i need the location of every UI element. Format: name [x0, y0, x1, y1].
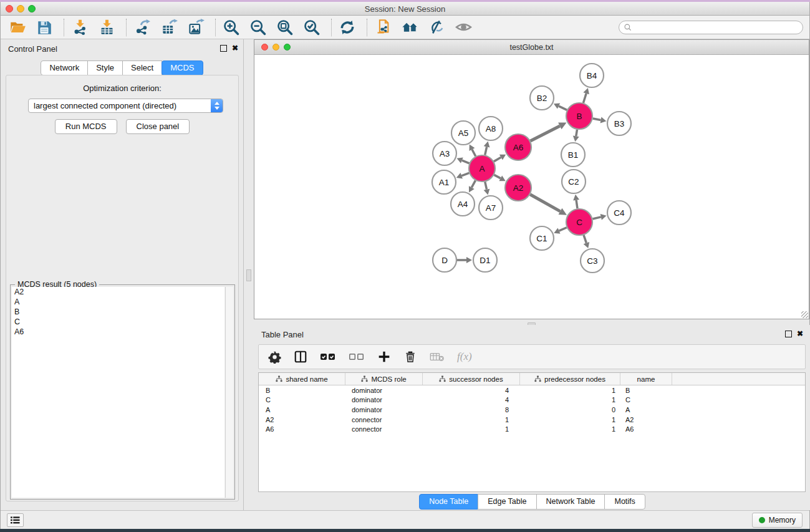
export-network-icon[interactable]: [133, 18, 152, 37]
tab-node-table[interactable]: Node Table: [419, 494, 478, 510]
cell-predecessor-nodes[interactable]: 1: [520, 396, 620, 404]
graph-edge-C-C2[interactable]: [576, 200, 577, 208]
mcds-result-item[interactable]: B: [12, 307, 224, 317]
graph-edge-A-A1[interactable]: [461, 173, 469, 175]
graph-edge-A-A3[interactable]: [462, 160, 470, 163]
column-header-predecessor-nodes[interactable]: predecessor nodes: [520, 373, 620, 385]
search-input[interactable]: [632, 23, 803, 32]
title-bar[interactable]: Session: New Session: [1, 2, 809, 16]
zoom-fit-icon[interactable]: [276, 18, 294, 37]
graph-edge-B-B1[interactable]: [576, 130, 577, 137]
show-columns-icon[interactable]: [294, 349, 307, 365]
cell-shared-name[interactable]: A6: [259, 425, 345, 433]
float-panel-icon[interactable]: [220, 45, 227, 52]
select-all-columns-icon[interactable]: [320, 349, 336, 365]
cell-predecessor-nodes[interactable]: 0: [520, 406, 620, 414]
toggle-graphics-details-icon[interactable]: [427, 18, 446, 37]
save-session-icon[interactable]: [35, 18, 54, 37]
tab-style[interactable]: Style: [87, 60, 123, 75]
create-column-plus-icon[interactable]: [377, 349, 391, 365]
task-history-button[interactable]: [7, 513, 24, 527]
table-row[interactable]: Cdominator41C: [259, 395, 805, 405]
mcds-result-item[interactable]: A2: [12, 287, 224, 297]
cell-shared-name[interactable]: A2: [259, 416, 345, 423]
cell-shared-name[interactable]: B: [259, 387, 345, 394]
graph-edge-C-C3[interactable]: [584, 235, 586, 243]
vertical-splitter[interactable]: [244, 39, 254, 510]
cell-predecessor-nodes[interactable]: 1: [520, 425, 620, 433]
column-header-successor-nodes[interactable]: successor nodes: [423, 373, 520, 385]
graph-edge-B-B3[interactable]: [593, 118, 601, 120]
delete-columns-trash-icon[interactable]: [403, 349, 417, 365]
cell-mcds-role[interactable]: dominator: [345, 387, 423, 394]
table-row[interactable]: Bdominator41B: [259, 385, 805, 395]
export-table-icon[interactable]: [160, 18, 178, 37]
tab-edge-table[interactable]: Edge Table: [478, 494, 536, 510]
import-table-icon[interactable]: [97, 18, 116, 37]
table-row[interactable]: A6connector11A6: [259, 424, 805, 434]
table-row[interactable]: A2connector11A2: [259, 415, 805, 425]
graph-edge-A-A8[interactable]: [485, 147, 487, 155]
show-hide-graphics-icon[interactable]: [454, 18, 473, 37]
graph-edge-B-B4[interactable]: [583, 94, 586, 103]
close-panel-button[interactable]: Close panel: [126, 119, 190, 134]
graph-edge-A-A2[interactable]: [494, 175, 500, 178]
splitter-grip[interactable]: [246, 269, 251, 281]
cell-name[interactable]: A: [620, 406, 672, 414]
graph-edge-A-A7[interactable]: [485, 181, 487, 189]
mcds-result-item[interactable]: A: [12, 297, 224, 307]
tab-network-table[interactable]: Network Table: [536, 494, 605, 510]
close-panel-icon[interactable]: ✖: [232, 44, 238, 52]
zoom-out-icon[interactable]: [249, 18, 268, 37]
column-header-shared-name[interactable]: shared name: [259, 373, 345, 385]
cell-mcds-role[interactable]: connector: [345, 416, 423, 423]
graph-edge-A2-C[interactable]: [530, 195, 560, 211]
criterion-dropdown[interactable]: largest connected component (directed): [28, 99, 223, 113]
cell-mcds-role[interactable]: connector: [345, 425, 423, 433]
cell-shared-name[interactable]: A: [259, 406, 345, 414]
graph-edge-C-C1[interactable]: [559, 228, 567, 231]
table-row[interactable]: Adominator80A: [259, 405, 805, 415]
cell-predecessor-nodes[interactable]: 1: [520, 387, 620, 394]
graph-edge-B-B2[interactable]: [559, 106, 567, 110]
cell-successor-nodes[interactable]: 1: [423, 416, 520, 423]
refresh-icon[interactable]: [338, 18, 357, 37]
cell-name[interactable]: C: [620, 396, 672, 404]
cell-name[interactable]: B: [620, 387, 672, 394]
import-network-icon[interactable]: [70, 18, 89, 37]
network-graph[interactable]: AA1A2A3A4A5A6A7A8BB1B2B3B4CC1C2C3C4DD1: [254, 55, 809, 319]
zoom-in-icon[interactable]: [222, 18, 241, 37]
unselect-all-columns-icon[interactable]: [349, 349, 365, 365]
graph-edge-C-C4[interactable]: [592, 217, 600, 219]
tab-select[interactable]: Select: [122, 60, 162, 75]
cell-mcds-role[interactable]: dominator: [345, 396, 423, 404]
close-table-panel-icon[interactable]: ✖: [797, 329, 803, 338]
network-window-titlebar[interactable]: testGlobe.txt: [254, 40, 809, 55]
new-network-from-selection-icon[interactable]: [374, 18, 392, 37]
tab-mcds[interactable]: MCDS: [162, 60, 203, 75]
float-table-panel-icon[interactable]: [785, 331, 792, 337]
mcds-result-scrollbar[interactable]: [225, 287, 233, 498]
column-header-name[interactable]: name: [620, 373, 672, 385]
mcds-result-item[interactable]: C: [12, 317, 224, 327]
mcds-result-list[interactable]: A2ABCA6: [12, 287, 224, 498]
export-image-icon[interactable]: [186, 18, 205, 37]
search-field[interactable]: [619, 21, 803, 34]
graph-edge-A-A6[interactable]: [494, 157, 501, 162]
cell-shared-name[interactable]: C: [259, 396, 345, 404]
cell-successor-nodes[interactable]: 1: [423, 425, 520, 433]
mcds-result-item[interactable]: A6: [12, 327, 224, 337]
cell-predecessor-nodes[interactable]: 1: [520, 416, 620, 423]
graph-edge-A6-B[interactable]: [531, 126, 560, 141]
home-icon[interactable]: [400, 18, 419, 37]
tab-network[interactable]: Network: [41, 60, 88, 75]
column-header-mcds-role[interactable]: MCDS role: [345, 373, 423, 385]
table-settings-gear-icon[interactable]: [268, 349, 281, 365]
memory-button[interactable]: Memory: [752, 513, 803, 528]
cell-successor-nodes[interactable]: 4: [423, 396, 520, 404]
open-session-icon[interactable]: [8, 18, 27, 37]
cell-mcds-role[interactable]: dominator: [345, 406, 423, 414]
cell-successor-nodes[interactable]: 4: [423, 387, 520, 394]
tab-motifs[interactable]: Motifs: [604, 494, 645, 510]
graph-edge-A-A4[interactable]: [471, 180, 475, 187]
